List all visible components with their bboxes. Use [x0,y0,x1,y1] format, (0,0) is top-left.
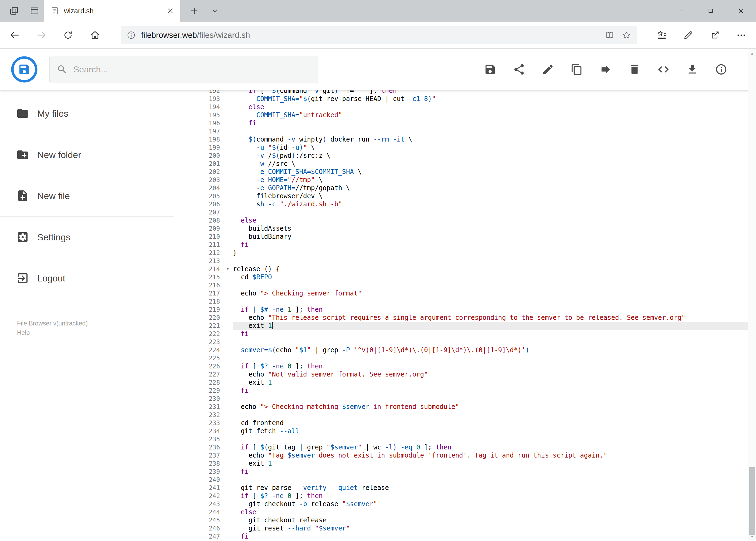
more-actions-button[interactable] [730,22,752,48]
set-aside-tabs-button[interactable] [4,0,24,22]
sidebar-item-logout[interactable]: Logout [0,258,174,299]
code-line-232[interactable]: 232 [174,411,748,419]
search-input[interactable] [74,65,311,75]
code-line-192[interactable]: 192 if [ "$(command -v git)" != "" ]; th… [174,90,748,95]
code-line-230[interactable]: 230 [174,395,748,403]
window-minimize-button[interactable] [665,0,695,22]
code-line-217[interactable]: 217 echo "> Checking semver format" [174,289,748,297]
code-line-221[interactable]: 221 exit 1 [174,322,748,330]
tab-list-dropdown-button[interactable] [205,0,225,22]
delete-button[interactable] [629,63,641,76]
code-line-219[interactable]: 219 if [ $# -ne 1 ]; then [174,305,748,313]
code-line-231[interactable]: 231 echo "> Checking matching $semver in… [174,403,748,411]
code-editor[interactable]: 192 if [ "$(command -v git)" != "" ]; th… [174,90,748,541]
copy-button[interactable] [571,63,583,76]
code-line-226[interactable]: 226 if [ $? -ne 0 ]; then [174,362,748,370]
code-line-225[interactable]: 225 [174,354,748,362]
code-line-241[interactable]: 241 git rev-parse --verify --quiet relea… [174,484,748,492]
code-line-197[interactable]: 197 [174,127,748,135]
code-line-247[interactable]: 247 fi [174,532,748,540]
scroll-down-button[interactable]: ▼ [748,532,756,541]
scroll-up-button[interactable]: ▲ [748,49,756,58]
code-line-203[interactable]: 203 -e HOME="//tmp" \ [174,176,748,184]
code-line-243[interactable]: 243 git checkout -b release "$semver" [174,500,748,508]
code-line-215[interactable]: 215 cd $REPO [174,273,748,281]
code-line-242[interactable]: 242 if [ $? -ne 0 ]; then [174,492,748,500]
sidebar-item-settings[interactable]: Settings [0,217,174,258]
back-button[interactable] [4,22,25,48]
code-line-237[interactable]: 237 echo "Tag $semver does not exist in … [174,451,748,459]
code-line-202[interactable]: 202 -e COMMIT_SHA=$COMMIT_SHA \ [174,168,748,176]
browser-tab[interactable]: wizard.sh [44,0,180,22]
code-button[interactable] [657,63,670,76]
code-line-193[interactable]: 193 COMMIT_SHA="$(git rev-parse HEAD | c… [174,95,748,103]
code-line-211[interactable]: 211 fi [174,241,748,249]
code-line-212[interactable]: 212} [174,249,748,257]
code-line-205[interactable]: 205 filebrowser/dev \ [174,192,748,200]
fold-marker-icon[interactable]: ▾ [226,265,229,273]
code-line-196[interactable]: 196 fi [174,119,748,127]
favorite-button[interactable] [618,26,635,44]
code-line-222[interactable]: 222 fi [174,330,748,338]
code-line-220[interactable]: 220 echo "This release script requires a… [174,313,748,322]
code-line-244[interactable]: 244 else [174,508,748,516]
forward-button[interactable] [31,22,52,48]
code-line-206[interactable]: 206 sh -c "./wizard.sh -b" [174,200,748,208]
code-line-213[interactable]: 213 [174,257,748,265]
move-button[interactable] [600,63,612,76]
code-line-229[interactable]: 229 fi [174,386,748,395]
code-line-240[interactable]: 240 [174,476,748,484]
home-button[interactable] [85,22,105,48]
sidebar-item-new-file[interactable]: New file [0,175,174,216]
code-line-233[interactable]: 233 cd frontend [174,419,748,427]
address-bar[interactable]: filebrowser.web/files/wizard.sh [121,26,637,44]
code-line-227[interactable]: 227 echo "Not valid semver format. See s… [174,370,748,378]
save-button[interactable] [484,63,496,76]
download-button[interactable] [686,63,698,76]
code-line-204[interactable]: 204 -e GOPATH=//tmp/gopath \ [174,184,748,192]
code-line-236[interactable]: 236 if [ $(git tag | grep "$semver" | wc… [174,443,748,451]
code-line-245[interactable]: 245 git checkout release [174,516,748,524]
share-button[interactable] [704,22,726,48]
help-link[interactable]: Help [17,328,88,337]
tab-close-button[interactable] [164,5,176,17]
new-tab-button[interactable] [185,0,204,22]
edit-button[interactable] [542,63,554,76]
code-line-208[interactable]: 208 else [174,216,748,225]
scrollbar-thumb[interactable] [749,467,755,535]
info-button[interactable] [715,63,727,76]
hub-button[interactable] [651,22,672,48]
tab-preview-button[interactable] [25,0,44,22]
code-line-228[interactable]: 228 exit 1 [174,378,748,386]
site-info-button[interactable] [123,26,139,44]
code-line-238[interactable]: 238 exit 1 [174,459,748,467]
code-line-201[interactable]: 201 -w //src \ [174,160,748,168]
share-button[interactable] [513,63,525,76]
reading-view-button[interactable] [601,26,618,44]
code-line-234[interactable]: 234 git fetch --all [174,427,748,435]
search-bar[interactable] [49,56,318,83]
window-maximize-button[interactable] [695,0,726,22]
code-line-223[interactable]: 223 [174,338,748,346]
code-line-214[interactable]: 214▾release () { [174,265,748,273]
page-scrollbar[interactable]: ▲ ▼ [748,49,756,541]
code-line-210[interactable]: 210 buildBinary [174,233,748,241]
code-line-207[interactable]: 207 [174,208,748,216]
refresh-button[interactable] [58,22,78,48]
code-line-216[interactable]: 216 [174,281,748,289]
code-line-218[interactable]: 218 [174,297,748,305]
code-line-239[interactable]: 239 fi [174,467,748,476]
code-line-246[interactable]: 246 git reset --hard "$semver" [174,524,748,532]
code-line-200[interactable]: 200 -v /$(pwd):/src:z \ [174,152,748,160]
code-line-224[interactable]: 224 semver=$(echo "$1" | grep -P '^v(0|[… [174,346,748,354]
web-note-button[interactable] [677,22,699,48]
code-line-198[interactable]: 198 $(command -v winpty) docker run --rm… [174,135,748,144]
sidebar-item-my-files[interactable]: My files [0,93,174,134]
code-line-235[interactable]: 235 [174,435,748,443]
sidebar-item-new-folder[interactable]: New folder [0,134,174,175]
window-close-button[interactable] [726,0,756,22]
code-line-195[interactable]: 195 COMMIT_SHA="untracked" [174,111,748,119]
code-line-194[interactable]: 194 else [174,103,748,111]
code-line-199[interactable]: 199 -u "$(id -u)" \ [174,144,748,152]
code-line-209[interactable]: 209 buildAssets [174,225,748,233]
